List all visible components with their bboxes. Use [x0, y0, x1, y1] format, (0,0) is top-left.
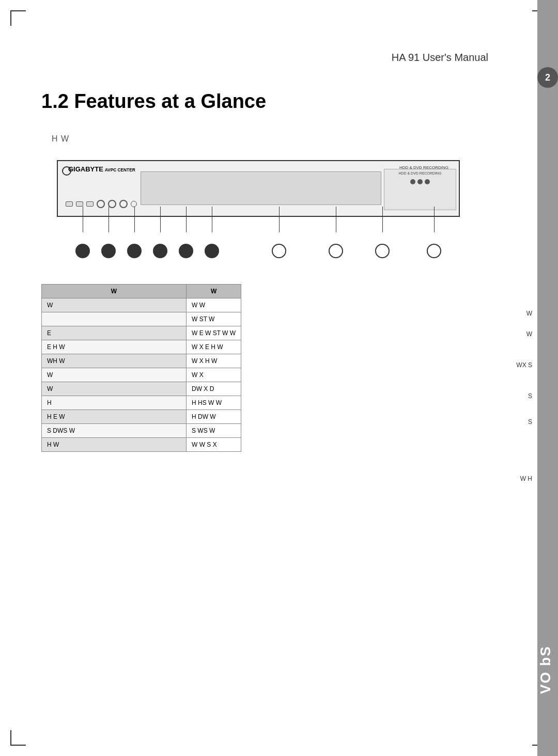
table-row: H E WH DW W [42, 410, 241, 424]
callout-dot-5 [179, 244, 193, 258]
page-number-badge: 2 [537, 67, 558, 88]
table-header-row: W W [42, 285, 241, 298]
callout-line-6 [212, 207, 212, 232]
callout-dot-1 [75, 244, 90, 258]
indicator-dot-3 [425, 179, 430, 184]
margin-note-5: S [528, 418, 532, 426]
indicator-dot-1 [410, 179, 415, 184]
table-cell-left: S DWS W [42, 424, 187, 438]
callout-dot-7 [272, 244, 286, 258]
table-row: E H WW X E H W [42, 340, 241, 354]
margin-note-2: W [526, 330, 532, 338]
callout-line-1 [83, 207, 83, 232]
indicator-dot-2 [417, 179, 423, 184]
table-cell-right: W W [187, 298, 241, 312]
table-row: WW X [42, 368, 241, 382]
callout-area [41, 207, 460, 258]
callout-dot-2 [101, 244, 116, 258]
callout-dot-10 [427, 244, 441, 258]
manual-title: HA 91 User's Manual [392, 52, 488, 64]
callout-dot-3 [127, 244, 142, 258]
callout-line-2 [109, 207, 109, 232]
table-cell-right: DW X D [187, 382, 241, 396]
table-cell-left: H W [42, 438, 187, 452]
callout-line-8 [336, 207, 336, 232]
table-cell-left: W [42, 368, 187, 382]
table-row: WW W [42, 298, 241, 312]
margin-note-1: W [526, 310, 532, 317]
callout-dot-4 [153, 244, 167, 258]
table-cell-right: W ST W [187, 312, 241, 326]
table-cell-right: W E W ST W W [187, 326, 241, 340]
table-cell-left: E [42, 326, 187, 340]
table-row: W ST W [42, 312, 241, 326]
table-row: HH HS W W [42, 396, 241, 410]
callout-line-5 [186, 207, 187, 232]
callout-line-3 [134, 207, 135, 232]
callout-line-9 [382, 207, 383, 232]
table-cell-left: W [42, 298, 187, 312]
section-title: 1.2 Features at a Glance [41, 90, 266, 113]
device-brand: GIGABYTE AVPC CENTER [68, 165, 135, 173]
table-cell-left: WH W [42, 354, 187, 368]
page-header: HA 91 User's Manual [31, 52, 527, 64]
table-header-right: W [187, 285, 241, 298]
table-row: H WW W S X [42, 438, 241, 452]
table-cell-left [42, 312, 187, 326]
device-diagram: GIGABYTE AVPC CENTER HDD & DVD RECORDING… [41, 150, 517, 263]
margin-note-6: W H [520, 475, 532, 482]
table-cell-right: W X H W [187, 354, 241, 368]
table-cell-left: H E W [42, 410, 187, 424]
table-cell-left: E H W [42, 340, 187, 354]
callout-dot-6 [205, 244, 219, 258]
callout-line-4 [160, 207, 161, 232]
table-cell-right: W X [187, 368, 241, 382]
callout-dot-8 [329, 244, 343, 258]
table-row: EW E W ST W W [42, 326, 241, 340]
ctrl-btn-1 [66, 201, 73, 207]
table-cell-right: W W S X [187, 438, 241, 452]
ctrl-btn-2 [76, 201, 83, 207]
sidebar-vertical-text: VO bS [537, 645, 558, 694]
table-cell-left: W [42, 382, 187, 396]
margin-note-3: WX S [516, 361, 532, 369]
table-header-left: W [42, 285, 187, 298]
corner-mark-tl [10, 10, 26, 26]
table-body: WW WW ST WEW E W ST W WE H WW X E H WWH … [42, 298, 241, 452]
margin-note-4: S [528, 392, 532, 400]
table-row: WDW X D [42, 382, 241, 396]
table-cell-right: S WS W [187, 424, 241, 438]
callout-line-7 [279, 207, 280, 232]
table-cell-right: H DW W [187, 410, 241, 424]
table-cell-left: H [42, 396, 187, 410]
table-row: WH WW X H W [42, 354, 241, 368]
display-area [141, 171, 381, 205]
ctrl-btn-3 [86, 201, 94, 207]
right-sidebar: 2 VO bS [537, 0, 558, 756]
callout-dot-9 [375, 244, 390, 258]
table-cell-right: W X E H W [187, 340, 241, 354]
right-panel: HDD & DVD RECORDING [384, 169, 456, 210]
features-table: W W WW WW ST WEW E W ST W WE H WW X E H … [41, 284, 241, 452]
corner-mark-bl [10, 730, 26, 746]
table-row: S DWS WS WS W [42, 424, 241, 438]
callout-line-10 [434, 207, 435, 232]
front-view-label: H W [52, 134, 69, 144]
table-cell-right: H HS W W [187, 396, 241, 410]
